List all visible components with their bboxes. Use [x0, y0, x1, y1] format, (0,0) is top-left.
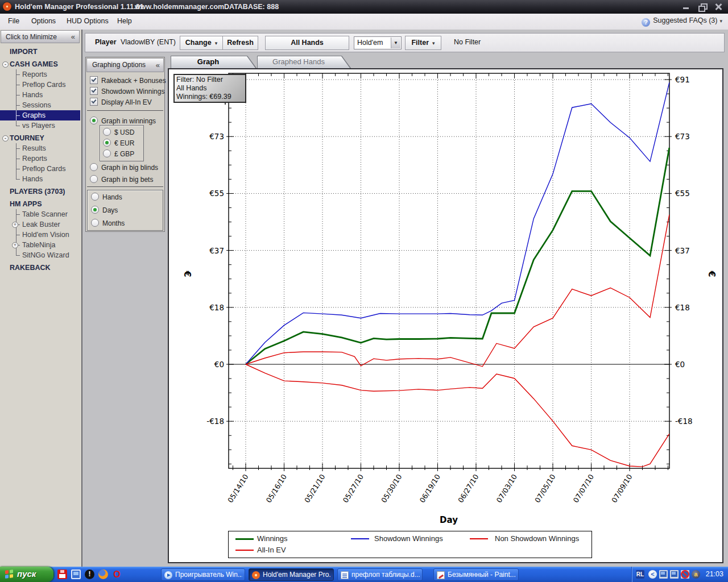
- windows-logo-icon: [5, 569, 13, 578]
- sidebar-item-tourney[interactable]: -TOURNEY: [0, 133, 80, 143]
- graph-panel[interactable]: €91€91€73€73€55€55€37€37€18€18€0€0-€18-€…: [168, 68, 723, 563]
- sidebar-item-results[interactable]: Results: [0, 143, 80, 153]
- radio-eur[interactable]: € EUR: [103, 139, 134, 147]
- radio-days[interactable]: Days: [91, 206, 118, 214]
- sidebar-item-cash-games[interactable]: -CASH GAMES: [0, 59, 80, 69]
- player-name: VladowlBY (ENT): [121, 38, 176, 46]
- opera-icon[interactable]: O: [112, 569, 122, 579]
- sidebar-item-vs-players[interactable]: vs Players: [0, 120, 80, 131]
- tree-branch: [16, 214, 20, 215]
- monitor-blocked-icon[interactable]: [681, 570, 689, 579]
- radio-graph-in-big-bets[interactable]: Graph in big bets: [90, 175, 153, 184]
- legend-label: All-In EV: [257, 546, 286, 555]
- sidebar-item-players-3703-[interactable]: PLAYERS (3703): [0, 186, 80, 197]
- winnings-chart[interactable]: €91€91€73€73€55€55€37€37€18€18€0€0-€18-€…: [169, 69, 725, 564]
- language-indicator[interactable]: RL: [636, 570, 644, 579]
- sidebar-item-label: Hands: [22, 91, 43, 99]
- x-axis-date-label: 05/14/10: [226, 473, 250, 505]
- menu-item-help[interactable]: Help: [117, 17, 132, 25]
- tooltip-filter: Filter: No Filter: [176, 76, 243, 84]
- x-axis-title: Day: [440, 515, 458, 525]
- separator: [87, 110, 163, 111]
- collapse-node-icon[interactable]: -: [2, 61, 9, 68]
- all-hands-button[interactable]: All Hands: [265, 36, 349, 50]
- task-button-1[interactable]: Проигрыватель Win...: [161, 568, 245, 581]
- radio-months[interactable]: Months: [91, 219, 125, 227]
- tab-graph[interactable]: Graph: [171, 56, 257, 69]
- sidebar-item-hold-em-vision[interactable]: Hold'em Vision: [0, 230, 80, 240]
- chart-tooltip: Filter: No Filter All Hands Winnings: €6…: [173, 74, 246, 103]
- suggested-faqs[interactable]: ?Suggested FAQs (3)▾: [642, 16, 722, 27]
- save-icon[interactable]: [57, 569, 67, 579]
- sidebar-item-reports[interactable]: Reports: [0, 69, 80, 80]
- radio-label: Hands: [102, 193, 122, 201]
- expand-node-icon[interactable]: +: [12, 242, 18, 248]
- checkbox-rakeback-bonuses[interactable]: Rakeback + Bonuses: [90, 76, 166, 85]
- expand-node-icon[interactable]: +: [12, 222, 18, 228]
- sidebar-item-label: Sessions: [22, 101, 51, 109]
- game-type-select[interactable]: Hold'em ▼: [354, 36, 402, 49]
- sidebar-item-import[interactable]: IMPORT: [0, 47, 80, 57]
- radio-graph-in-big-blinds[interactable]: Graph in big blinds: [90, 163, 158, 172]
- task-button-3[interactable]: префлоп таблицы.d...: [337, 568, 423, 581]
- checkbox-showdown-winnings[interactable]: Showdown Winnings: [90, 87, 164, 95]
- restore-button[interactable]: [696, 2, 709, 11]
- sidebar-item-preflop-cards[interactable]: Preflop Cards: [0, 80, 80, 90]
- firefox-icon[interactable]: [98, 569, 108, 579]
- radio-graph-in-winnings[interactable]: Graph in winnings: [90, 117, 156, 125]
- sidebar-item-hands[interactable]: Hands: [0, 90, 80, 100]
- menu-item-options[interactable]: Options: [31, 17, 56, 25]
- sidebar-item-preflop-cards[interactable]: Preflop Cards: [0, 164, 80, 174]
- y-axis-label-right: -€18: [675, 417, 693, 426]
- radio-usd[interactable]: $ USD: [103, 128, 134, 136]
- minimize-button[interactable]: [680, 2, 693, 11]
- sidebar-item-rakeback[interactable]: RAKEBACK: [0, 263, 80, 273]
- refresh-button[interactable]: Refresh: [222, 36, 258, 50]
- y-axis-title-left: €: [182, 270, 193, 277]
- autorun-icon[interactable]: a: [692, 570, 700, 579]
- sidebar-item-reports[interactable]: Reports: [0, 153, 80, 164]
- sidebar-item-hands[interactable]: Hands: [0, 174, 80, 184]
- series-winnings: [246, 148, 669, 364]
- monitor-icon[interactable]: [659, 570, 668, 579]
- radio-hands[interactable]: Hands: [91, 193, 122, 201]
- sidebar-item-sessions[interactable]: Sessions: [0, 100, 80, 110]
- sidebar-item-label: HM APPS: [10, 200, 42, 208]
- radio-icon: [91, 193, 99, 201]
- menu-item-hud-options[interactable]: HUD Options: [67, 17, 109, 25]
- sidebar-item-label: Graphs: [22, 111, 46, 119]
- radio-label: Graph in big bets: [101, 176, 153, 184]
- filter-status: No Filter: [454, 38, 481, 46]
- radio-label: € EUR: [114, 139, 134, 147]
- filter-button[interactable]: Filter▾: [405, 36, 441, 50]
- checkbox-display-all-in-ev[interactable]: Display All-In EV: [90, 98, 152, 106]
- series-showdown-winnings: [246, 82, 669, 364]
- task-button-2[interactable]: Hold'em Manager Pro...: [249, 568, 334, 581]
- sidebar-item-label: Leak Buster: [22, 221, 60, 228]
- checkbox-label: Display All-In EV: [101, 98, 152, 106]
- tab-graphed-hands[interactable]: Graphed Hands: [257, 56, 351, 69]
- sidebar-item-hm-apps[interactable]: HM APPS: [0, 199, 80, 209]
- hide-icons-icon[interactable]: <: [648, 570, 657, 579]
- sidebar-item-sitngo-wizard[interactable]: SitNGo Wizard: [0, 250, 80, 260]
- task-button-4[interactable]: Безымянный - Paint....: [433, 568, 519, 581]
- radio-gbp[interactable]: £ GBP: [103, 149, 134, 158]
- sidebar-item-label: IMPORT: [10, 48, 38, 56]
- show-desktop-icon[interactable]: [71, 569, 81, 579]
- monitor-icon[interactable]: [670, 570, 679, 579]
- menu-item-file[interactable]: File: [8, 17, 19, 25]
- sidebar-item-table-scanner[interactable]: Table Scanner: [0, 209, 80, 219]
- graphing-options-header[interactable]: Graphing Options «: [86, 58, 164, 72]
- change-button[interactable]: Change▾: [180, 36, 223, 50]
- sidebar-item-tableninja[interactable]: +TableNinja: [0, 240, 80, 250]
- sidebar-item-label: TableNinja: [22, 241, 55, 249]
- sidebar-minimize-label: Click to Minimize: [6, 33, 57, 41]
- start-button[interactable]: пуск: [0, 567, 53, 582]
- x-axis-date-label: 05/30/10: [379, 473, 403, 505]
- collapse-node-icon[interactable]: -: [2, 135, 9, 142]
- sidebar-item-graphs[interactable]: Graphs: [0, 110, 80, 120]
- close-button[interactable]: [712, 2, 725, 11]
- sidebar-item-leak-buster[interactable]: +Leak Buster: [0, 219, 80, 230]
- alert-icon[interactable]: !: [85, 569, 94, 579]
- sidebar-minimize-button[interactable]: Click to Minimize «: [1, 30, 80, 43]
